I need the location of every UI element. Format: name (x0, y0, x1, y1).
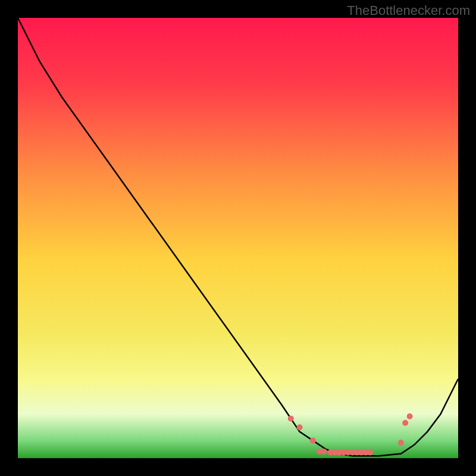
marker-point (407, 414, 413, 419)
marker-point (321, 449, 327, 455)
marker-point (398, 440, 404, 446)
chart-container: TheBottlenecker.com (0, 0, 476, 476)
watermark: TheBottlenecker.com (347, 3, 470, 18)
marker-point (297, 424, 303, 430)
marker-point (310, 437, 316, 443)
plot-svg (18, 18, 458, 458)
marker-point (367, 449, 373, 455)
marker-point (288, 415, 294, 421)
plot-background (18, 18, 458, 458)
marker-point (402, 420, 408, 426)
